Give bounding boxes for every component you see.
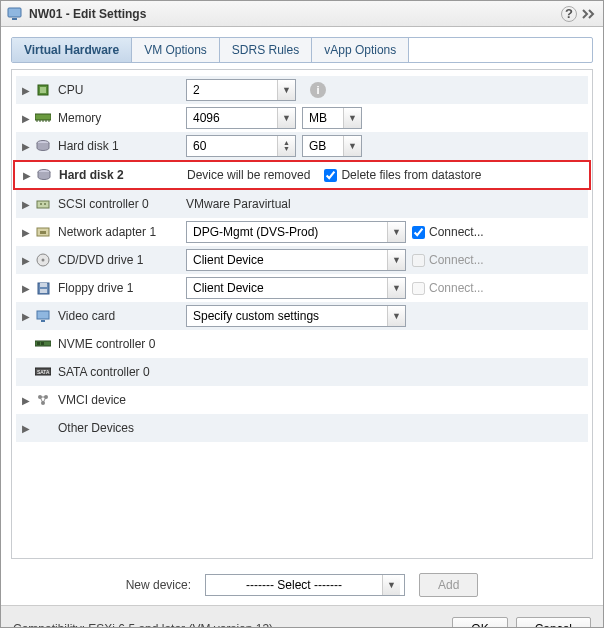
hd2-remove-msg: Device will be removed: [187, 168, 310, 182]
row-other: ▶ Other Devices: [16, 414, 588, 442]
svg-rect-17: [37, 311, 49, 319]
row-cpu: ▶ CPU ▼ i: [16, 76, 588, 104]
svg-point-9: [44, 203, 46, 205]
net-connect-label: Connect...: [429, 225, 484, 239]
svg-rect-7: [37, 201, 49, 208]
ok-button[interactable]: OK: [452, 617, 507, 629]
net-select[interactable]: ▼: [186, 221, 406, 243]
titlebar: NW01 - Edit Settings ?: [1, 1, 603, 27]
memory-input[interactable]: ▼: [186, 107, 296, 129]
svg-rect-18: [41, 320, 45, 322]
window-title: NW01 - Edit Settings: [29, 7, 561, 21]
svg-point-8: [40, 203, 42, 205]
footer: Compatibility: ESXi 6.5 and later (VM ve…: [1, 605, 603, 628]
row-cd: ▶ CD/DVD drive 1 ▼ Connect...: [16, 246, 588, 274]
svg-rect-16: [40, 289, 47, 293]
svg-rect-3: [40, 87, 46, 93]
cd-icon: [34, 252, 52, 268]
nvme-icon: [34, 336, 52, 352]
info-icon[interactable]: i: [310, 82, 326, 98]
row-hd1: ▶ Hard disk 1 ▲▼ ▼: [16, 132, 588, 160]
svg-rect-1: [12, 18, 17, 20]
network-icon: [34, 224, 52, 240]
cancel-button[interactable]: Cancel: [516, 617, 591, 629]
tab-virtual-hardware[interactable]: Virtual Hardware: [12, 38, 132, 62]
expander-icon[interactable]: ▶: [20, 283, 32, 294]
svg-text:SATA: SATA: [37, 369, 50, 375]
tab-vm-options[interactable]: VM Options: [132, 38, 220, 62]
memory-label: Memory: [58, 111, 186, 125]
disk-icon: [35, 167, 53, 183]
new-device-select[interactable]: ▼: [205, 574, 405, 596]
expander-icon[interactable]: ▶: [20, 255, 32, 266]
row-hd2: ▶ Hard disk 2 Device will be removed Del…: [13, 160, 591, 190]
video-select[interactable]: ▼: [186, 305, 406, 327]
cpu-select[interactable]: ▼: [186, 79, 296, 101]
svg-rect-0: [8, 8, 21, 17]
popout-icon[interactable]: [581, 8, 597, 20]
scsi-label: SCSI controller 0: [58, 197, 186, 211]
vmci-label: VMCI device: [58, 393, 186, 407]
delete-files-label: Delete files from datastore: [341, 168, 481, 182]
svg-rect-21: [41, 342, 44, 345]
row-memory: ▶ Memory ▼ ▼: [16, 104, 588, 132]
scsi-value: VMware Paravirtual: [186, 197, 291, 211]
hd2-label: Hard disk 2: [59, 168, 187, 182]
net-connect-checkbox[interactable]: [412, 226, 425, 239]
row-scsi: ▶ SCSI controller 0 VMware Paravirtual: [16, 190, 588, 218]
hd1-size-input[interactable]: ▲▼: [186, 135, 296, 157]
tab-sdrs-rules[interactable]: SDRS Rules: [220, 38, 312, 62]
floppy-connect-checkbox: [412, 282, 425, 295]
expander-icon[interactable]: ▶: [20, 227, 32, 238]
floppy-select[interactable]: ▼: [186, 277, 406, 299]
sata-icon: SATA: [34, 364, 52, 380]
row-net: ▶ Network adapter 1 ▼ Connect...: [16, 218, 588, 246]
floppy-connect-label: Connect...: [429, 281, 484, 295]
add-button: Add: [419, 573, 478, 597]
cd-connect-label: Connect...: [429, 253, 484, 267]
cd-label: CD/DVD drive 1: [58, 253, 186, 267]
svg-rect-4: [35, 114, 51, 120]
vm-icon: [7, 7, 23, 21]
hd1-label: Hard disk 1: [58, 139, 186, 153]
delete-files-checkbox[interactable]: [324, 169, 337, 182]
new-device-label: New device:: [126, 578, 191, 592]
row-video: ▶ Video card ▼: [16, 302, 588, 330]
expander-icon[interactable]: ▶: [20, 141, 32, 152]
sata-label: SATA controller 0: [58, 365, 186, 379]
compatibility-text: Compatibility: ESXi 6.5 and later (VM ve…: [13, 622, 444, 629]
video-label: Video card: [58, 309, 186, 323]
svg-rect-11: [40, 231, 46, 234]
disk-icon: [34, 138, 52, 154]
expander-icon[interactable]: ▶: [20, 311, 32, 322]
help-icon[interactable]: ?: [561, 6, 577, 22]
nvme-label: NVME controller 0: [58, 337, 186, 351]
expander-icon[interactable]: ▶: [20, 395, 32, 406]
row-nvme: NVME controller 0: [16, 330, 588, 358]
hd1-unit-select[interactable]: ▼: [302, 135, 362, 157]
row-floppy: ▶ Floppy drive 1 ▼ Connect...: [16, 274, 588, 302]
cd-connect-checkbox: [412, 254, 425, 267]
floppy-icon: [34, 280, 52, 296]
memory-unit-select[interactable]: ▼: [302, 107, 362, 129]
memory-icon: [34, 110, 52, 126]
cd-select[interactable]: ▼: [186, 249, 406, 271]
svg-rect-20: [37, 342, 40, 345]
expander-icon[interactable]: ▶: [20, 423, 32, 434]
new-device-bar: New device: ▼ Add: [11, 559, 593, 605]
net-label: Network adapter 1: [58, 225, 186, 239]
row-vmci: ▶ VMCI device: [16, 386, 588, 414]
expander-icon[interactable]: ▶: [20, 85, 32, 96]
row-sata: SATA SATA controller 0: [16, 358, 588, 386]
floppy-label: Floppy drive 1: [58, 281, 186, 295]
vmci-icon: [34, 392, 52, 408]
tab-bar: Virtual Hardware VM Options SDRS Rules v…: [11, 37, 593, 63]
other-label: Other Devices: [58, 421, 186, 435]
hardware-panel: ▶ CPU ▼ i ▶ Memory ▼ ▼ ▶ Hard disk 1 ▲▼ …: [11, 69, 593, 559]
svg-point-13: [42, 259, 45, 262]
tab-vapp-options[interactable]: vApp Options: [312, 38, 409, 62]
svg-rect-15: [40, 283, 47, 287]
expander-icon[interactable]: ▶: [20, 113, 32, 124]
expander-icon[interactable]: ▶: [21, 170, 33, 181]
expander-icon[interactable]: ▶: [20, 199, 32, 210]
